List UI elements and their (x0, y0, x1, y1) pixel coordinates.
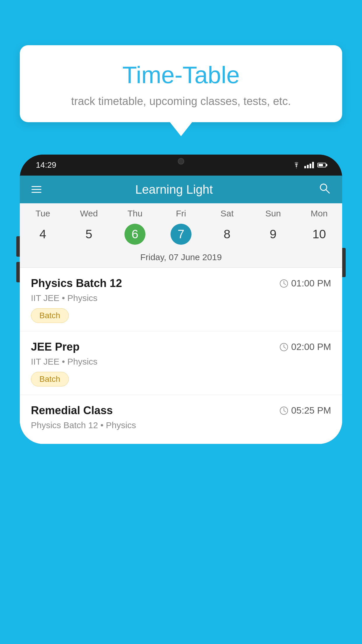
day-fri: Fri (158, 209, 204, 218)
schedule-list: Physics Batch 12 01:00 PM IIT JEE • Phys… (20, 268, 342, 444)
schedule-item-physics-batch-12[interactable]: Physics Batch 12 01:00 PM IIT JEE • Phys… (20, 268, 342, 331)
day-numbers-row: 4 5 6 7 8 9 10 (20, 221, 342, 250)
date-4[interactable]: 4 (20, 224, 66, 245)
front-camera (178, 158, 184, 164)
app-header: Learning Light (20, 176, 342, 203)
schedule-title-2: JEE Prep (31, 341, 80, 353)
schedule-subtitle-2: IIT JEE • Physics (31, 357, 331, 367)
battery-icon (317, 163, 326, 167)
batch-badge-2: Batch (31, 372, 69, 386)
app-title: Learning Light (52, 183, 296, 197)
schedule-item-header-1: Physics Batch 12 01:00 PM (31, 277, 331, 290)
selected-date-label: Friday, 07 June 2019 (20, 250, 342, 268)
schedule-item-header-3: Remedial Class 05:25 PM (31, 404, 331, 417)
calendar-section: Tue Wed Thu Fri Sat Sun Mon 4 5 6 7 8 9 … (20, 203, 342, 268)
day-sun: Sun (250, 209, 296, 218)
status-bar: 14:29 (20, 155, 342, 176)
batch-badge-1: Batch (31, 308, 69, 323)
wifi-icon (292, 162, 301, 168)
schedule-subtitle-3: Physics Batch 12 • Physics (31, 420, 331, 430)
schedule-item-header-2: JEE Prep 02:00 PM (31, 341, 331, 353)
schedule-time-1: 01:00 PM (280, 278, 331, 289)
svg-line-1 (326, 190, 329, 193)
svg-line-10 (284, 411, 286, 412)
date-10[interactable]: 10 (296, 224, 342, 245)
date-9[interactable]: 9 (250, 224, 296, 245)
tooltip-title: Time-Table (37, 61, 325, 89)
day-tue: Tue (20, 209, 66, 218)
phone-notch (164, 155, 198, 168)
phone-frame: 14:29 (20, 155, 342, 444)
day-thu: Thu (112, 209, 158, 218)
day-sat: Sat (204, 209, 250, 218)
tooltip-card: Time-Table track timetable, upcoming cla… (20, 45, 342, 122)
schedule-subtitle-1: IIT JEE • Physics (31, 293, 331, 303)
clock-icon-3 (280, 406, 288, 415)
day-names-row: Tue Wed Thu Fri Sat Sun Mon (20, 203, 342, 221)
svg-line-4 (284, 284, 286, 285)
schedule-item-jee-prep[interactable]: JEE Prep 02:00 PM IIT JEE • Physics Batc… (20, 331, 342, 395)
schedule-item-remedial-class[interactable]: Remedial Class 05:25 PM Physics Batch 12… (20, 395, 342, 444)
day-wed: Wed (66, 209, 112, 218)
schedule-title-1: Physics Batch 12 (31, 277, 122, 290)
date-5[interactable]: 5 (66, 224, 112, 245)
schedule-title-3: Remedial Class (31, 404, 113, 417)
search-button[interactable] (318, 182, 331, 197)
schedule-time-2: 02:00 PM (280, 342, 331, 352)
hamburger-menu-button[interactable] (31, 186, 41, 193)
status-icons (292, 162, 326, 168)
day-mon: Mon (296, 209, 342, 218)
schedule-time-3: 05:25 PM (280, 405, 331, 416)
date-6-today[interactable]: 6 (112, 224, 158, 245)
clock-icon-1 (280, 279, 288, 288)
tooltip-subtitle: track timetable, upcoming classes, tests… (37, 95, 325, 108)
date-7-selected[interactable]: 7 (158, 224, 204, 245)
status-time: 14:29 (36, 160, 56, 170)
date-8[interactable]: 8 (204, 224, 250, 245)
clock-icon-2 (280, 343, 288, 351)
phone-wrapper: 14:29 (20, 155, 342, 644)
signal-icon (304, 162, 314, 168)
svg-line-7 (284, 347, 286, 348)
